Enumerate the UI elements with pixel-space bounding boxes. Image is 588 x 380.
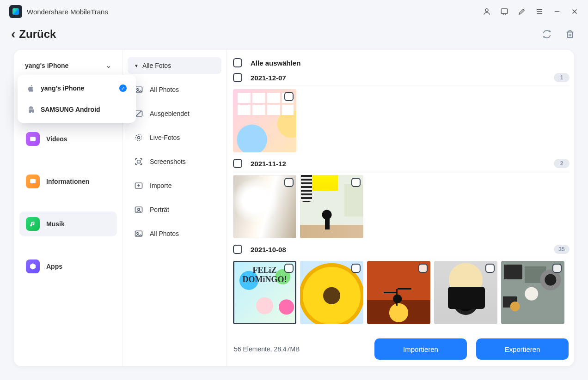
category-item-label: Ausgeblendet — [150, 110, 190, 117]
svg-rect-5 — [30, 137, 36, 141]
svg-point-11 — [135, 134, 141, 140]
account-icon[interactable] — [483, 7, 491, 16]
sidebar-item-videos[interactable]: Videos — [19, 127, 117, 151]
category-item-all-photos[interactable]: All Photos — [128, 78, 221, 102]
device-option-label: SAMSUNG Android — [41, 106, 127, 113]
export-button[interactable]: Exportieren — [476, 338, 569, 360]
category-item-screenshots[interactable]: Screenshots — [128, 150, 221, 174]
edit-icon[interactable] — [518, 7, 526, 16]
group-date: 2021-10-08 — [251, 246, 286, 253]
chevron-down-icon: ⌄ — [106, 62, 111, 69]
device-selector-label: yang's iPhone — [25, 62, 68, 69]
photo-thumbnail[interactable] — [367, 261, 430, 324]
category-header-label: Alle Fotos — [142, 62, 171, 69]
svg-point-4 — [32, 108, 32, 108]
divider — [233, 85, 570, 85]
app-icon — [9, 5, 22, 18]
category-item-label: Live-Fotos — [150, 134, 180, 141]
svg-rect-6 — [30, 179, 36, 183]
category-item-label: All Photos — [150, 230, 179, 237]
photo-thumbnail[interactable] — [300, 261, 363, 324]
apps-icon — [26, 259, 40, 273]
group-checkbox[interactable] — [233, 73, 242, 82]
triangle-down-icon: ▼ — [134, 63, 139, 68]
svg-point-10 — [138, 137, 140, 139]
sync-icon[interactable] — [542, 29, 552, 39]
back-label: Zurück — [19, 28, 56, 41]
sidebar-item-label: Musik — [46, 220, 65, 228]
device-option-iphone[interactable]: yang's iPhone ✓ — [20, 78, 133, 99]
screenshot-icon — [134, 157, 143, 166]
svg-point-17 — [137, 233, 138, 234]
header-row: ‹ Zurück — [0, 23, 588, 41]
status-text: 56 Elemente, 28.47MB — [234, 345, 300, 353]
photo-thumbnail[interactable] — [501, 261, 564, 324]
thumbnail-checkbox[interactable] — [284, 92, 294, 101]
group-date: 2021-11-12 — [251, 160, 286, 168]
svg-point-8 — [137, 89, 138, 90]
divider — [233, 171, 570, 171]
svg-point-0 — [485, 9, 488, 12]
photos-icon — [134, 229, 143, 238]
group-checkbox[interactable] — [233, 245, 242, 254]
category-item-portrait[interactable]: Porträt — [128, 198, 221, 222]
close-icon[interactable] — [570, 7, 579, 16]
photo-thumbnail[interactable] — [233, 261, 296, 324]
sidebar-item-musik[interactable]: Musik — [19, 211, 117, 236]
videos-icon — [26, 132, 40, 146]
svg-rect-14 — [135, 207, 142, 212]
import-button[interactable]: Importieren — [374, 338, 467, 360]
category-item-label: Screenshots — [150, 158, 186, 165]
photo-thumbnail[interactable] — [434, 261, 497, 324]
live-photo-icon — [134, 133, 143, 142]
android-icon — [27, 105, 35, 114]
feedback-icon[interactable] — [500, 7, 508, 16]
category-header[interactable]: ▼ Alle Fotos — [128, 57, 221, 74]
category-column: ▼ Alle Fotos All Photos Ausgeblendet Liv… — [123, 50, 227, 366]
minimize-icon[interactable] — [553, 7, 561, 16]
main-panel: yang's iPhone ⌄ yang's iPhone ✓ SAMSUNG … — [14, 50, 574, 366]
svg-rect-2 — [568, 32, 573, 37]
select-all-label: Alle auswählen — [251, 59, 300, 67]
category-item-label: All Photos — [150, 86, 179, 93]
content-column: Alle auswählen 2021-12-07 1 2021-11-12 2 — [227, 50, 574, 366]
sidebar-item-label: Apps — [46, 263, 62, 270]
category-item-importe[interactable]: Importe — [128, 174, 221, 198]
group-checkbox[interactable] — [233, 159, 242, 168]
check-icon: ✓ — [119, 84, 127, 92]
info-icon — [26, 175, 40, 188]
photo-thumbnail[interactable] — [233, 175, 296, 238]
date-group-header: 2021-12-07 1 — [231, 71, 571, 85]
category-item-live-fotos[interactable]: Live-Fotos — [128, 126, 221, 150]
menu-icon[interactable] — [535, 7, 544, 16]
date-group-header: 2021-10-08 35 — [231, 243, 571, 257]
chevron-left-icon: ‹ — [11, 28, 15, 41]
trash-icon[interactable] — [565, 29, 575, 39]
portrait-icon — [134, 205, 143, 214]
sidebar-item-informationen[interactable]: Informationen — [19, 169, 117, 194]
thumbnail-checkbox[interactable] — [485, 264, 495, 273]
category-item-all-photos-2[interactable]: All Photos — [128, 222, 221, 246]
sidebar-item-label: Videos — [46, 135, 67, 143]
photo-thumbnail[interactable] — [233, 89, 296, 152]
thumbnail-checkbox[interactable] — [351, 178, 361, 187]
device-selector[interactable]: yang's iPhone ⌄ — [18, 56, 118, 75]
group-date: 2021-12-07 — [251, 74, 286, 82]
thumbnail-checkbox[interactable] — [284, 178, 294, 187]
thumbnail-checkbox[interactable] — [552, 264, 562, 273]
thumbnail-checkbox[interactable] — [351, 264, 361, 273]
photo-thumbnail[interactable] — [300, 175, 363, 238]
import-icon — [134, 181, 143, 190]
thumbnail-checkbox[interactable] — [418, 264, 428, 273]
category-item-ausgeblendet[interactable]: Ausgeblendet — [128, 102, 221, 126]
svg-rect-12 — [137, 160, 141, 163]
divider — [233, 257, 570, 257]
group-count: 2 — [554, 159, 570, 168]
thumbnail-checkbox[interactable] — [284, 264, 294, 273]
select-all-checkbox[interactable] — [233, 58, 242, 67]
date-group-header: 2021-11-12 2 — [231, 157, 571, 171]
sidebar-item-apps[interactable]: Apps — [19, 254, 117, 279]
device-dropdown: yang's iPhone ✓ SAMSUNG Android — [18, 75, 136, 123]
device-option-android[interactable]: SAMSUNG Android — [20, 99, 133, 120]
back-button[interactable]: ‹ Zurück — [11, 28, 56, 41]
